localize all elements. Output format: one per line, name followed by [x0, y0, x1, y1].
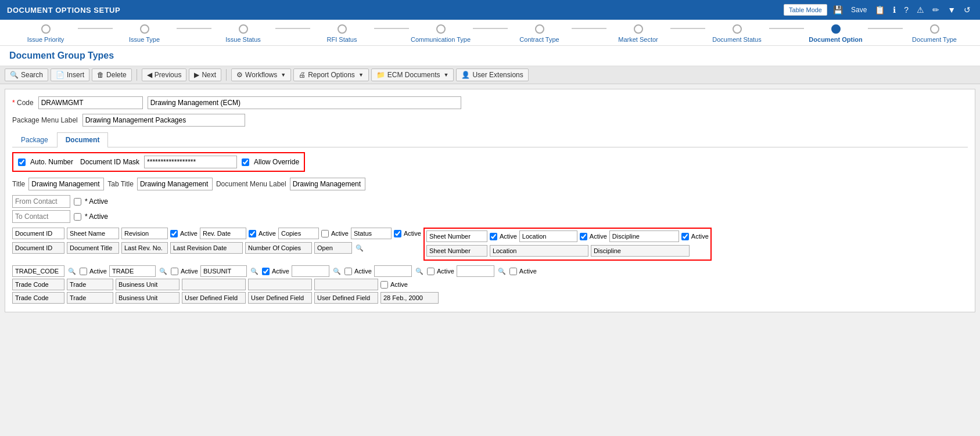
user-extensions-label: User Extensions — [472, 71, 523, 79]
doc-id-cell-r2: Document ID — [12, 242, 64, 254]
title-input[interactable] — [28, 178, 104, 190]
wizard-label-document-type: Document Type — [912, 36, 957, 43]
active-label-last: Active — [390, 281, 408, 288]
empty2-active-cb[interactable] — [427, 268, 435, 275]
wizard-step-issue-priority[interactable]: Issue Priority — [14, 24, 78, 43]
last-rev-no-cell-r2: Last Rev. No. — [121, 242, 168, 254]
previous-label: Previous — [155, 71, 182, 79]
help-icon[interactable]: ? — [902, 4, 911, 16]
trade-row3: Trade Code Trade Business Unit User Defi… — [12, 292, 968, 304]
wizard-connector-6 — [572, 28, 606, 29]
busunit-cell-r3: Business Unit — [116, 292, 180, 304]
copy-icon[interactable]: 📋 — [873, 4, 887, 16]
doc-id-cell-r1: Document ID — [12, 228, 64, 239]
status-active-cb[interactable] — [394, 230, 401, 237]
table-mode-button[interactable]: Table Mode — [784, 4, 827, 16]
search-label: Search — [21, 71, 43, 79]
search-button[interactable]: 🔍 Search — [5, 69, 48, 81]
wizard-connector-9 — [868, 28, 903, 29]
empty-cell1 — [292, 265, 329, 277]
code-input[interactable] — [38, 96, 143, 109]
copies-cell-r1: Copies — [278, 228, 319, 239]
busunit-active-cb[interactable] — [262, 268, 270, 275]
wizard-step-contract-type[interactable]: Contract Type — [508, 24, 572, 43]
save-icon[interactable]: 💾 — [831, 4, 845, 16]
from-contact-input[interactable] — [12, 195, 70, 208]
info-icon[interactable]: ℹ — [891, 4, 898, 16]
revision-active-cb[interactable] — [170, 230, 178, 237]
busunit-search-icon[interactable]: 🔍 — [249, 266, 260, 276]
package-menu-label-input[interactable] — [82, 114, 245, 127]
previous-button[interactable]: ◀ Previous — [142, 69, 187, 81]
refresh-icon[interactable]: ↺ — [961, 4, 973, 16]
header-actions: Table Mode 💾 Save 📋 ℹ ? ⚠ ✏ ▼ ↺ — [784, 4, 973, 16]
wizard-step-document-status[interactable]: Document Status — [705, 24, 769, 43]
ecm-documents-button[interactable]: 📁 ECM Documents ▼ — [371, 69, 454, 81]
description-input[interactable] — [148, 96, 461, 109]
insert-label: Insert — [67, 71, 84, 79]
to-contact-input[interactable] — [12, 210, 70, 223]
warning-icon[interactable]: ⚠ — [914, 4, 927, 16]
dropdown-arrow-icon[interactable]: ▼ — [945, 4, 958, 16]
udf2-cell-r3: User Defined Field — [248, 292, 312, 304]
wizard-circle-document-option — [831, 24, 841, 34]
allow-override-checkbox[interactable] — [242, 158, 249, 166]
auto-number-checkbox[interactable] — [18, 158, 26, 166]
trade-code-search-icon[interactable]: 🔍 — [67, 266, 77, 276]
main-content: Code Package Menu Label Package Document… — [5, 89, 975, 312]
to-contact-row: * Active — [12, 210, 968, 223]
next-button[interactable]: ▶ Next — [189, 69, 221, 81]
tab-document[interactable]: Document — [57, 132, 109, 147]
wizard-step-rfi-status[interactable]: RFI Status — [310, 24, 374, 43]
tab-title-input[interactable] — [137, 178, 213, 190]
from-contact-active-checkbox[interactable] — [74, 198, 81, 206]
wizard-step-document-option[interactable]: Document Option — [804, 24, 868, 43]
allow-override-label: Allow Override — [254, 158, 299, 166]
save-label[interactable]: Save — [849, 5, 869, 15]
empty3-active-cb[interactable] — [509, 268, 517, 275]
wizard-connector-1 — [78, 28, 113, 29]
empty1-search-icon[interactable]: 🔍 — [332, 266, 342, 276]
udf2-cell-r2 — [248, 279, 312, 290]
wizard-connector-3 — [275, 28, 310, 29]
empty3-search-icon[interactable]: 🔍 — [497, 266, 507, 276]
active-label-empty3: Active — [519, 268, 537, 275]
doc-id-mask-input[interactable] — [144, 156, 237, 168]
empty2-search-icon[interactable]: 🔍 — [414, 266, 425, 276]
rev-date-active-cb[interactable] — [249, 230, 256, 237]
last-active-cb[interactable] — [380, 281, 388, 289]
trade-search-icon[interactable]: 🔍 — [158, 266, 168, 276]
wizard-label-document-option: Document Option — [809, 36, 862, 43]
delete-button[interactable]: 🗑 Delete — [92, 69, 132, 81]
wizard-step-issue-status[interactable]: Issue Status — [211, 24, 275, 43]
user-extensions-button[interactable]: 👤 User Extensions — [456, 69, 528, 81]
from-contact-active-label: * Active — [85, 197, 108, 206]
doc-menu-input[interactable] — [290, 178, 365, 190]
udf1-cell-r2 — [182, 279, 246, 290]
copies-active-cb[interactable] — [321, 230, 329, 237]
location-cell-r2: Location — [490, 245, 588, 257]
to-contact-active-checkbox[interactable] — [74, 213, 81, 221]
active-label-busunit: Active — [272, 268, 289, 275]
trade-code-active-cb[interactable] — [80, 268, 87, 275]
insert-button[interactable]: 📄 Insert — [51, 69, 89, 81]
wizard-step-issue-type[interactable]: Issue Type — [113, 24, 177, 43]
empty1-active-cb[interactable] — [344, 268, 352, 275]
discipline-active-cb[interactable] — [681, 233, 689, 240]
tab-package[interactable]: Package — [12, 132, 57, 147]
wizard-step-document-type[interactable]: Document Type — [903, 24, 967, 43]
wizard-step-communication-type[interactable]: Communication Type — [409, 24, 473, 43]
wizard-step-market-sector[interactable]: Market Sector — [606, 24, 670, 43]
open-search-icon[interactable]: 🔍 — [354, 243, 365, 253]
report-options-button[interactable]: 🖨 Report Options ▼ — [293, 69, 369, 81]
workflows-button[interactable]: ⚙ Workflows ▼ — [231, 69, 291, 81]
active-label-discipline: Active — [691, 233, 709, 240]
edit-icon[interactable]: ✏ — [930, 4, 942, 16]
location-active-cb[interactable] — [580, 233, 587, 240]
sheet-name-cell-r1: Sheet Name — [67, 228, 119, 239]
trade-active-cb[interactable] — [171, 268, 178, 275]
wizard-circle-issue-status — [239, 24, 248, 34]
sheet-num-active-cb[interactable] — [490, 233, 497, 240]
udf3-cell-r2 — [314, 279, 378, 290]
active-label-sheetnum: Active — [500, 233, 517, 240]
